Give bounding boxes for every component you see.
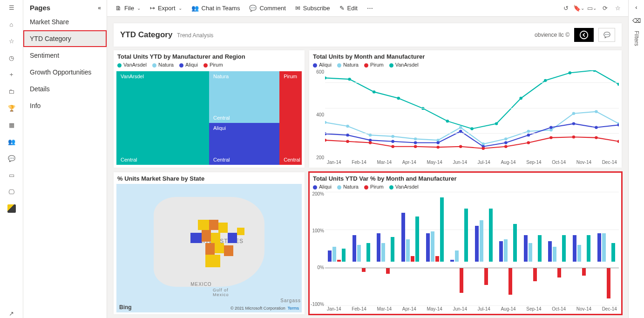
treemap-node[interactable]: NaturaCentral: [209, 71, 279, 123]
treemap-node[interactable]: AliquiCentral: [209, 123, 279, 165]
bar[interactable]: [538, 235, 542, 262]
get-data-icon[interactable]: ↗: [7, 309, 16, 318]
bar[interactable]: [577, 245, 581, 262]
legend-item[interactable]: Natura: [337, 62, 359, 68]
bar[interactable]: [499, 241, 503, 262]
bar[interactable]: [328, 250, 332, 262]
bar[interactable]: [562, 235, 566, 262]
bar[interactable]: [366, 243, 370, 262]
comment-pane-icon[interactable]: 💬: [598, 28, 615, 42]
home-icon[interactable]: ⌂: [7, 20, 16, 29]
learn-icon[interactable]: 💬: [7, 154, 16, 163]
export-menu[interactable]: ↦ Export ⌄: [146, 3, 186, 14]
more-options-button[interactable]: ⋯: [363, 3, 377, 14]
favorite-icon[interactable]: ☆: [7, 36, 16, 46]
expand-filters-icon[interactable]: ‹: [635, 4, 637, 11]
shared-icon[interactable]: 👥: [7, 137, 16, 146]
legend-item[interactable]: Pirum: [364, 62, 384, 68]
bar[interactable]: [475, 226, 479, 262]
bar[interactable]: [587, 235, 590, 262]
treemap-node[interactable]: PirumCentral: [279, 71, 302, 165]
bar[interactable]: [597, 233, 601, 262]
legend-item[interactable]: Pirum: [364, 184, 384, 189]
recent-icon[interactable]: ◷: [7, 53, 16, 62]
legend-item[interactable]: Aliqui: [179, 62, 198, 68]
legend-item[interactable]: VanArsdel: [389, 184, 419, 189]
chat-teams-button[interactable]: 👥 Chat in Teams: [188, 3, 244, 14]
bar[interactable]: [504, 239, 508, 262]
bar[interactable]: [573, 235, 576, 262]
bar[interactable]: [455, 250, 459, 262]
treemap-tile[interactable]: Total Units YTD by Manufacturer and Regi…: [114, 50, 305, 168]
workspaces-icon[interactable]: ▭: [7, 170, 16, 180]
bar[interactable]: [553, 247, 556, 262]
bar[interactable]: [406, 239, 410, 262]
eraser-icon[interactable]: ⌫: [632, 17, 641, 24]
goals-icon[interactable]: 🏆: [7, 103, 16, 113]
bar[interactable]: [582, 268, 586, 276]
bar[interactable]: [484, 268, 488, 285]
bar[interactable]: [401, 213, 405, 262]
legend-item[interactable]: Aliqui: [313, 62, 332, 68]
refresh-icon[interactable]: ⟳: [599, 3, 610, 14]
bar[interactable]: [415, 217, 419, 262]
edit-button[interactable]: ✎ Edit: [336, 3, 361, 14]
pbi-logo[interactable]: [7, 204, 16, 213]
bar[interactable]: [450, 260, 454, 262]
bar[interactable]: [377, 233, 380, 262]
page-tab-market-share[interactable]: Market Share: [23, 14, 107, 30]
legend-item[interactable]: Natura: [152, 62, 174, 68]
reset-icon[interactable]: ↺: [560, 3, 571, 14]
legend-item[interactable]: Natura: [337, 184, 359, 189]
bar[interactable]: [489, 209, 493, 262]
bar[interactable]: [480, 220, 483, 262]
bar[interactable]: [391, 237, 394, 262]
bar[interactable]: [386, 268, 390, 274]
bar[interactable]: [332, 247, 336, 262]
bar[interactable]: [529, 243, 532, 262]
bar[interactable]: [548, 241, 552, 262]
bar[interactable]: [440, 197, 444, 262]
legend-item[interactable]: VanArsdel: [117, 62, 147, 68]
bar[interactable]: [337, 260, 341, 262]
page-tab-sentiment[interactable]: Sentiment: [23, 47, 107, 64]
bar[interactable]: [508, 268, 512, 295]
bar[interactable]: [611, 243, 615, 262]
bar[interactable]: [602, 233, 606, 262]
bar[interactable]: [353, 235, 356, 262]
page-tab-details[interactable]: Details: [23, 81, 107, 97]
bar[interactable]: [426, 233, 430, 262]
bar[interactable]: [411, 256, 414, 262]
bar[interactable]: [513, 224, 517, 262]
bar[interactable]: [357, 245, 361, 262]
map-terms-link[interactable]: Terms: [288, 306, 299, 311]
bar[interactable]: [533, 268, 537, 281]
collapse-pages-icon[interactable]: «: [98, 5, 101, 11]
star-icon[interactable]: ☆: [612, 3, 624, 14]
bar[interactable]: [362, 268, 366, 272]
menu-icon[interactable]: ☰: [7, 3, 16, 12]
line-chart-tile[interactable]: Total Units by Month and Manufacturer Al…: [309, 50, 622, 168]
bar[interactable]: [431, 231, 434, 262]
comment-button[interactable]: 💬 Comment: [245, 3, 289, 14]
bar[interactable]: [342, 249, 346, 262]
map-tile[interactable]: % Units Market Share by State UNITED STA…: [114, 172, 305, 314]
legend-item[interactable]: VanArsdel: [389, 62, 419, 68]
bar[interactable]: [435, 256, 439, 262]
page-tab-info[interactable]: Info: [23, 97, 107, 114]
bar[interactable]: [381, 243, 385, 262]
subscribe-button[interactable]: ✉ Subscribe: [291, 3, 334, 14]
bar[interactable]: [524, 235, 528, 262]
bar[interactable]: [460, 268, 463, 293]
view-icon[interactable]: ▭⌄: [586, 3, 597, 14]
treemap-node[interactable]: VanArsdelCentral: [116, 71, 209, 165]
filters-pane[interactable]: ‹ ⌫ Filters: [628, 0, 644, 318]
bar[interactable]: [557, 268, 561, 277]
page-tab-growth-opportunities[interactable]: Growth Opportunities: [23, 64, 107, 81]
page-tab-ytd-category[interactable]: YTD Category: [23, 30, 107, 47]
bookmark-icon[interactable]: 🔖⌄: [573, 3, 584, 14]
file-menu[interactable]: 🗎 File ⌄: [112, 3, 144, 14]
workspace-icon[interactable]: 🖵: [7, 187, 16, 196]
bar[interactable]: [464, 209, 468, 262]
datasets-icon[interactable]: 🗀: [7, 87, 16, 96]
